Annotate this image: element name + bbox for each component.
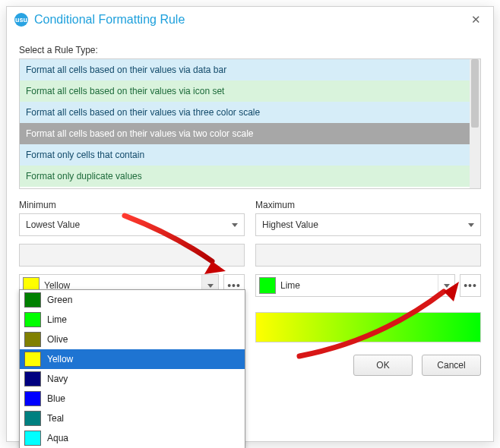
chevron-down-icon	[207, 284, 214, 288]
minimum-value-mode-text: Lowest Value	[26, 219, 80, 230]
chevron-down-icon	[468, 223, 474, 227]
color-option-swatch	[24, 411, 41, 426]
color-option[interactable]: Navy	[20, 369, 245, 389]
color-option-swatch	[24, 391, 41, 406]
color-option-label: Aqua	[47, 433, 68, 443]
minimum-value-input[interactable]	[19, 244, 245, 267]
conditional-formatting-dialog: usu Conditional Formatting Rule ✕ Select…	[6, 6, 494, 442]
rule-type-list[interactable]: Format all cells based on their values v…	[19, 58, 481, 189]
color-option[interactable]: Olive	[20, 330, 245, 349]
maximum-color-row: Lime •••	[255, 274, 481, 297]
rule-type-item[interactable]: Format all cells based on their values v…	[20, 102, 480, 123]
color-option-swatch	[24, 431, 41, 446]
color-option-swatch	[24, 292, 41, 308]
color-option[interactable]: Lime	[20, 310, 245, 330]
rule-type-item[interactable]: Format only duplicate values	[20, 166, 480, 187]
color-option[interactable]: Yellow	[20, 349, 245, 369]
color-option-swatch	[24, 352, 41, 367]
maximum-color-combo[interactable]: Lime	[255, 274, 455, 297]
color-option-label: Teal	[47, 413, 64, 424]
rule-type-item[interactable]: Format only cells that contain	[20, 144, 480, 166]
maximum-color-name: Lime	[280, 280, 300, 291]
scrollbar-thumb[interactable]	[471, 59, 479, 128]
gradient-preview	[255, 312, 481, 342]
cancel-button[interactable]: Cancel	[422, 355, 481, 376]
minimum-label: Minimum	[19, 200, 245, 210]
close-button[interactable]: ✕	[466, 10, 486, 30]
color-option-label: Navy	[47, 374, 68, 384]
maximum-value-mode-text: Highest Value	[262, 219, 318, 230]
color-option-label: Yellow	[47, 354, 73, 364]
color-option-swatch	[24, 371, 41, 386]
minimum-color-dropdown-list[interactable]: GreenLimeOliveYellowNavyBlueTealAqua	[19, 289, 245, 448]
rule-type-item[interactable]: Format all cells based on their values v…	[20, 123, 480, 144]
color-option-swatch	[24, 312, 41, 327]
rule-type-item[interactable]: Format all cells based on their values v…	[20, 59, 480, 80]
maximum-color-more-button[interactable]: •••	[460, 274, 481, 297]
color-option[interactable]: Teal	[20, 409, 245, 428]
maximum-label: Maximum	[255, 200, 481, 210]
dialog-buttons: OK Cancel	[255, 355, 481, 376]
color-option-label: Green	[47, 295, 72, 305]
maximum-value-input[interactable]	[255, 244, 481, 267]
rule-type-label: Select a Rule Type:	[19, 45, 481, 55]
rule-type-item[interactable]: Format all cells based on their values v…	[20, 80, 480, 102]
maximum-color-dropdown-button[interactable]	[438, 275, 454, 296]
maximum-column: Maximum Highest Value Lime •••	[255, 194, 481, 376]
maximum-color-swatch	[259, 277, 276, 294]
chevron-down-icon	[444, 284, 450, 288]
color-option[interactable]: Blue	[20, 389, 245, 409]
ok-button[interactable]: OK	[353, 355, 413, 376]
rule-type-list-wrap: Format all cells based on their values v…	[19, 58, 481, 189]
app-icon: usu	[14, 13, 28, 27]
color-option-label: Olive	[47, 334, 68, 345]
titlebar: usu Conditional Formatting Rule ✕	[7, 7, 493, 33]
rule-list-scrollbar[interactable]	[470, 59, 480, 188]
maximum-value-mode-combo[interactable]: Highest Value	[255, 213, 481, 236]
minimum-value-mode-combo[interactable]: Lowest Value	[19, 213, 245, 236]
color-option-swatch	[24, 332, 41, 347]
color-option-label: Lime	[47, 314, 67, 325]
color-option[interactable]: Green	[20, 290, 245, 310]
chevron-down-icon	[232, 223, 238, 227]
color-option-label: Blue	[47, 393, 65, 404]
gradient-preview-fill	[256, 313, 480, 342]
color-option[interactable]: Aqua	[20, 428, 245, 448]
dialog-title: Conditional Formatting Rule	[34, 13, 466, 27]
